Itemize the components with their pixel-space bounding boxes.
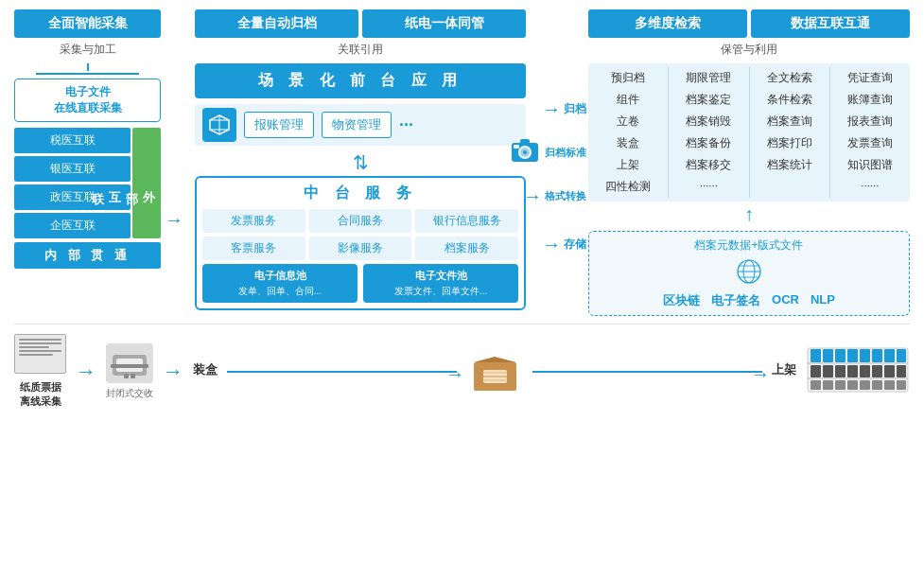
svg-rect-36 (811, 365, 821, 377)
flow-arrow-label-4: → 存储 (542, 234, 586, 255)
divider-1 (668, 67, 669, 198)
svg-rect-37 (823, 365, 833, 377)
ri-1-5: 上架 (591, 154, 665, 176)
divider-2 (749, 67, 750, 198)
ri-4-5: 知识图谱 (833, 154, 907, 176)
col1-header: 全面智能采集 (14, 9, 161, 38)
ri-2-3: 档案销毁 (671, 111, 745, 132)
flow-label-4: 存储 (564, 237, 586, 253)
flow-label-2: 归档标准 (545, 146, 586, 160)
data-pools: 电子信息池 发单、回单、合同... 电子文件池 发票文件、回单文件... (202, 264, 518, 303)
flow-arrow-4: → (542, 234, 561, 255)
service-5: 影像服务 (309, 237, 412, 260)
svg-rect-30 (835, 349, 846, 362)
col-right: 多维度检索 数据互联互通 保管与利用 预归档 组件 立卷 装盒 上架 四性检测 (588, 9, 910, 316)
svg-rect-48 (860, 380, 870, 390)
pool2-title: 电子文件池 (369, 269, 513, 283)
col1-bracket-top (14, 63, 161, 71)
platform-box: 中 台 服 务 发票服务 合同服务 银行信息服务 客票服务 影像服务 档案服务 … (195, 176, 526, 310)
top-section: 全面智能采集 采集与加工 电子文件在线直联采集 税医互联 银医互联 政医互联 企… (14, 9, 910, 316)
ri-1-2: 组件 (591, 89, 665, 111)
network-svg (730, 257, 768, 286)
flow-item-1: → 归档 (533, 85, 588, 133)
paper-doc-image (14, 334, 66, 374)
flow-label-1: 归档 (564, 101, 586, 117)
bottom-arrow-tip: → (445, 363, 464, 385)
pool-1: 电子信息池 发单、回单、合同... (202, 264, 357, 303)
flow-arrow-label-1: → 归档 (542, 98, 586, 120)
paper-line-1 (19, 339, 61, 341)
shelf-svg (806, 346, 910, 394)
pool1-title: 电子信息池 (208, 269, 352, 283)
svg-rect-45 (823, 380, 833, 390)
bottom-start: 纸质票据离线采集 (14, 334, 66, 409)
svg-rect-18 (124, 374, 129, 378)
bracket-line-h (36, 73, 139, 75)
ri-2-5: 档案移交 (671, 154, 745, 176)
pool2-sub: 发票文件、回单文件... (369, 285, 513, 298)
col-collect: 全面智能采集 采集与加工 电子文件在线直联采集 税医互联 银医互联 政医互联 企… (14, 9, 161, 316)
external-box: 外部互联 (132, 128, 161, 238)
svg-rect-42 (884, 365, 895, 377)
ri-3-2: 条件检索 (753, 89, 827, 111)
ri-1-4: 装盒 (591, 132, 665, 154)
flow-labels-col: → 归档 (533, 85, 588, 316)
bottom-section: 纸质票据离线采集 → 封闭式交收 → 装盒 (14, 324, 910, 409)
bottom-long-arrow-2: → (532, 371, 762, 373)
svg-rect-31 (847, 349, 858, 362)
col4a-header: 多维度检索 (588, 9, 747, 38)
scanner-svg (508, 135, 542, 166)
svg-rect-46 (835, 380, 846, 390)
blockchain-item-1: 区块链 (663, 292, 700, 309)
bottom-step1-label: 装盒 (193, 361, 218, 378)
bottom-arrow-tip-2: → (751, 363, 770, 385)
middle-headers: 全量自动归档 纸电一体同管 (195, 9, 526, 38)
flow-label-3: 格式转换 (545, 189, 586, 203)
ri-4-2: 账簿查询 (833, 89, 907, 111)
paper-line-2 (19, 342, 61, 344)
ri-1-3: 立卷 (591, 111, 665, 132)
right-col-2: 期限管理 档案鉴定 档案销毁 档案备份 档案移交 ······ (671, 67, 745, 198)
cardboard-box-svg (469, 349, 521, 394)
ri-2-1: 期限管理 (671, 67, 745, 89)
svg-point-7 (523, 150, 527, 154)
svg-rect-28 (811, 349, 821, 362)
online-collect-box: 电子文件在线直联采集 (14, 79, 161, 122)
svg-rect-35 (897, 349, 906, 362)
service-6: 档案服务 (415, 237, 518, 260)
ri-1-6: 四性检测 (591, 176, 665, 198)
flow-arrow-1: → (542, 98, 561, 120)
divider-3 (829, 67, 830, 198)
bottom-arrow-1: → (76, 359, 96, 384)
box-container (466, 349, 523, 394)
archive-storage-area: 档案元数据+版式文件 区块链 电子签名 OCR NLP (588, 231, 910, 316)
main-container: 全面智能采集 采集与加工 电子文件在线直联采集 税医互联 银医互联 政医互联 企… (0, 0, 924, 418)
bottom-scanner: 封闭式交收 (106, 343, 153, 400)
svg-rect-38 (835, 365, 846, 377)
pool1-sub: 发单、回单、合同... (208, 285, 352, 298)
online-collect-text: 电子文件在线直联采集 (21, 84, 154, 116)
right-content-grid: 预归档 组件 立卷 装盒 上架 四性检测 期限管理 档案鉴定 档案销毁 档案备份… (588, 63, 910, 202)
svg-rect-17 (111, 364, 148, 368)
col4b-header: 数据互联互通 (751, 9, 910, 38)
pool-2: 电子文件池 发票文件、回单文件... (363, 264, 518, 303)
enterprise-item: 企医互联 (14, 213, 131, 238)
right-col-1: 预归档 组件 立卷 装盒 上架 四性检测 (591, 67, 665, 198)
bottom-shelf-step: 上架 (772, 361, 796, 381)
svg-rect-39 (847, 365, 858, 377)
bottom-start-label: 纸质票据离线采集 (20, 380, 61, 409)
ri-3-5: 档案统计 (753, 154, 827, 176)
bottom-step3-label: 上架 (772, 361, 796, 378)
flow-item-4: → 存储 (533, 220, 588, 269)
ri-4-6: ······ (833, 176, 907, 195)
svg-rect-47 (847, 380, 858, 390)
service-2: 合同服务 (309, 209, 412, 233)
svg-rect-9 (514, 145, 519, 149)
gov-item: 政医互联 (14, 184, 131, 210)
ri-4-1: 凭证查询 (833, 67, 907, 89)
col-middle: 全量自动归档 纸电一体同管 关联引用 场 景 化 前 台 应 用 报账管理 物资… (195, 9, 526, 316)
ri-2-6: ······ (671, 176, 745, 195)
up-arrow: ↑ (588, 203, 910, 225)
service-3: 银行信息服务 (415, 209, 518, 233)
svg-rect-34 (884, 349, 895, 362)
